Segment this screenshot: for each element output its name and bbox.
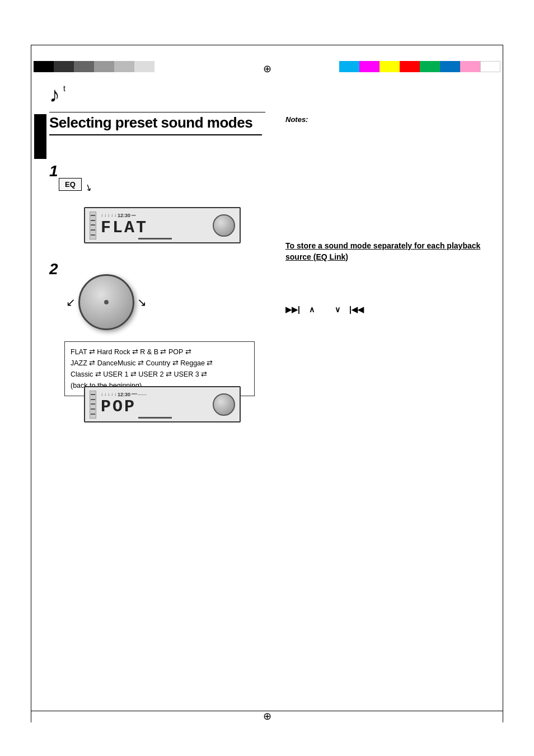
level-line (91, 394, 95, 395)
display-mode-text-2: POP (101, 398, 209, 415)
main-title-area: Selecting preset sound modes (49, 114, 252, 132)
level-line (91, 414, 95, 415)
display-level-indicator (90, 212, 96, 240)
color-swatch-light (94, 61, 114, 72)
nav-buttons-area: ▶▶| ∧ ∨ |◀◀ (285, 305, 364, 314)
display-screen-2: ↓ ↓ ↓ ↓ ↓ 12:30 ▪▪▪▪ —— POP (84, 386, 241, 422)
level-line (91, 408, 95, 410)
music-note-icon: ♪t (49, 83, 60, 107)
color-swatch-red (400, 61, 420, 72)
eq-link-section: To store a sound mode separately for eac… (285, 241, 504, 262)
tick-marks-1: ↓ ↓ ↓ ↓ ↓ (101, 213, 116, 218)
color-swatch-pink (460, 61, 480, 72)
dial-arrow-right: ↘ (137, 295, 147, 309)
border-top (31, 45, 503, 45)
color-bar-left (34, 61, 154, 72)
border-right (503, 45, 503, 722)
display-screen-1: ↓ ↓ ↓ ↓ ↓ 12:30 ▪▪▪ FLAT (84, 207, 241, 243)
down-arrow-icon: ∨ (335, 305, 340, 314)
music-note-superscript: t (63, 84, 65, 93)
color-swatch-blue (440, 61, 460, 72)
display-mode-text-1: FLAT (101, 219, 209, 236)
display-icons-2: ▪▪▪▪ —— (132, 392, 147, 397)
color-swatch-yellow (380, 61, 400, 72)
level-line (91, 224, 95, 226)
eq-button[interactable]: EQ (59, 178, 82, 191)
display-top-row-2: ↓ ↓ ↓ ↓ ↓ 12:30 ▪▪▪▪ —— (101, 392, 209, 397)
skip-forward-icon: ▶▶| (285, 305, 300, 314)
level-line (91, 229, 95, 231)
indicator-bar (138, 238, 172, 240)
display-main-area: ↓ ↓ ↓ ↓ ↓ 12:30 ▪▪▪ FLAT (101, 213, 209, 238)
title-underline (49, 134, 262, 135)
level-line (91, 403, 95, 405)
notes-label: Notes: (285, 114, 308, 124)
level-line (91, 234, 95, 236)
display-main-area-2: ↓ ↓ ↓ ↓ ↓ 12:30 ▪▪▪▪ —— POP (101, 392, 209, 417)
page-title: Selecting preset sound modes (49, 114, 252, 132)
crosshair-bottom: ⊕ (263, 710, 271, 722)
color-bar-right (339, 61, 500, 72)
color-swatch-white2 (480, 61, 500, 72)
display-clock-1: 12:30 (118, 213, 130, 218)
display-clock-2: 12:30 (118, 392, 130, 397)
color-swatch-mid (74, 61, 94, 72)
skip-backward-icon: |◀◀ (349, 305, 364, 314)
eq-arrow-indicator: ↘ (83, 181, 95, 194)
color-swatch-dark (54, 61, 74, 72)
level-line (91, 215, 95, 216)
color-swatch-black (34, 61, 54, 72)
cycle-line-1: FLAT ⇄ Hard Rock ⇄ R & B ⇄ POP ⇄ (71, 346, 249, 358)
color-swatch-green (420, 61, 440, 72)
cycle-line-2: JAZZ ⇄ DanceMusic ⇄ Country ⇄ Reggae ⇄ (71, 358, 249, 369)
dial-area: ↙ ↘ (78, 274, 134, 330)
tick-marks-2: ↓ ↓ ↓ ↓ ↓ (101, 392, 116, 397)
crosshair-top: ⊕ (263, 63, 271, 75)
eq-link-title-text: To store a sound mode separately for eac… (285, 241, 504, 262)
display-icons-1: ▪▪▪ (132, 213, 135, 217)
display-knob-1 (213, 214, 235, 237)
display-top-row: ↓ ↓ ↓ ↓ ↓ 12:30 ▪▪▪ (101, 213, 209, 218)
up-arrow-icon: ∧ (309, 305, 315, 314)
music-note-symbol: ♪t (49, 83, 60, 107)
display-knob-2 (213, 393, 235, 416)
step1-number: 1 (49, 162, 58, 180)
level-line (91, 220, 95, 221)
indicator-bar-2 (138, 417, 172, 419)
sidebar-block (34, 114, 46, 159)
color-swatch-magenta (359, 61, 380, 72)
display-level-indicator-2 (90, 391, 96, 419)
color-swatch-cyan (339, 61, 359, 72)
cycle-line-3: Classic ⇄ USER 1 ⇄ USER 2 ⇄ USER 3 ⇄ (71, 369, 249, 380)
step2-number: 2 (49, 260, 58, 278)
notes-text: Notes: (285, 115, 308, 124)
display-indicator-bar (101, 236, 209, 238)
dial-arrow-left: ↙ (66, 295, 76, 309)
color-swatch-lighter (114, 61, 134, 72)
dial-knob[interactable]: ↙ ↘ (78, 274, 134, 330)
eq-button-area: EQ (59, 178, 82, 191)
dial-center-dot (104, 300, 109, 304)
level-line (91, 399, 95, 400)
section-divider-line (49, 112, 265, 112)
color-swatch-white (134, 61, 154, 72)
display-indicator-bar-2 (101, 415, 209, 417)
border-left (31, 45, 31, 722)
